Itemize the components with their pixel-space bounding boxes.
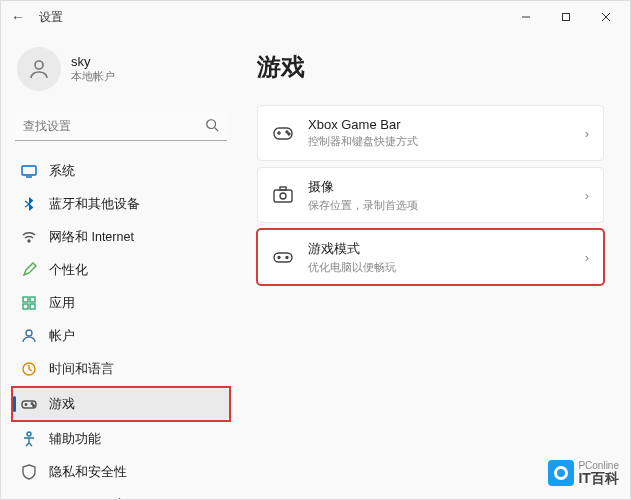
avatar <box>17 47 61 91</box>
sidebar-item-label: 应用 <box>49 295 75 312</box>
brush-icon <box>21 262 37 278</box>
svg-rect-13 <box>30 304 35 309</box>
sidebar-item-label: 辅助功能 <box>49 431 101 448</box>
titlebar: ← 设置 <box>1 1 630 33</box>
sidebar-item-gaming[interactable]: 游戏 <box>13 388 229 420</box>
chevron-right-icon: › <box>585 250 589 265</box>
watermark-logo <box>548 460 574 486</box>
system-icon <box>21 163 37 179</box>
svg-point-4 <box>35 61 43 69</box>
svg-point-20 <box>33 405 35 407</box>
window-title: 设置 <box>39 9 63 26</box>
search-box <box>15 111 227 141</box>
nav-list: 系统 蓝牙和其他设备 网络和 Internet 个性化 应用 <box>13 155 229 499</box>
sidebar-item-apps[interactable]: 应用 <box>13 287 229 319</box>
game-mode-icon <box>272 246 294 268</box>
svg-rect-1 <box>563 14 570 21</box>
main-content: 游戏 Xbox Game Bar 控制器和键盘快捷方式 › 摄像 保存位置，录制… <box>241 33 630 499</box>
sidebar-item-label: 帐户 <box>49 328 75 345</box>
card-captures[interactable]: 摄像 保存位置，录制首选项 › <box>257 167 604 223</box>
sidebar-item-time-language[interactable]: 时间和语言 <box>13 353 229 385</box>
svg-rect-10 <box>23 297 28 302</box>
card-game-mode[interactable]: 游戏模式 优化电脑以便畅玩 › <box>257 229 604 285</box>
card-text: 游戏模式 优化电脑以便畅玩 <box>308 240 585 275</box>
sidebar-item-personalization[interactable]: 个性化 <box>13 254 229 286</box>
highlight-gaming: 游戏 <box>11 386 231 422</box>
svg-line-6 <box>215 128 219 132</box>
sidebar-item-accounts[interactable]: 帐户 <box>13 320 229 352</box>
svg-point-9 <box>28 240 30 242</box>
svg-point-26 <box>288 133 290 135</box>
svg-point-28 <box>280 193 286 199</box>
card-subtitle: 保存位置，录制首选项 <box>308 198 585 213</box>
sidebar-item-label: 个性化 <box>49 262 88 279</box>
svg-point-25 <box>286 131 288 133</box>
sidebar-item-windows-update[interactable]: Windows 更新 <box>13 489 229 499</box>
watermark-text: PConline IT百科 <box>578 461 619 485</box>
svg-point-14 <box>26 330 32 336</box>
svg-point-32 <box>286 257 288 259</box>
sidebar-item-label: 时间和语言 <box>49 361 114 378</box>
svg-point-21 <box>27 432 31 436</box>
svg-point-31 <box>278 257 280 259</box>
card-title: 游戏模式 <box>308 240 585 258</box>
svg-point-5 <box>207 120 216 129</box>
body: sky 本地帐户 系统 蓝牙和其他设备 <box>1 33 630 499</box>
apps-icon <box>21 295 37 311</box>
svg-rect-27 <box>274 190 292 202</box>
card-text: 摄像 保存位置，录制首选项 <box>308 178 585 213</box>
shield-icon <box>21 464 37 480</box>
user-block[interactable]: sky 本地帐户 <box>13 41 229 105</box>
sidebar-item-label: 系统 <box>49 163 75 180</box>
bluetooth-icon <box>21 196 37 212</box>
clock-icon <box>21 361 37 377</box>
card-xbox-game-bar[interactable]: Xbox Game Bar 控制器和键盘快捷方式 › <box>257 105 604 161</box>
window-controls <box>506 1 626 33</box>
sidebar-item-label: 网络和 Internet <box>49 229 134 246</box>
sidebar-item-bluetooth[interactable]: 蓝牙和其他设备 <box>13 188 229 220</box>
card-text: Xbox Game Bar 控制器和键盘快捷方式 <box>308 117 585 149</box>
wifi-icon <box>21 229 37 245</box>
sidebar-item-label: 隐私和安全性 <box>49 464 127 481</box>
sidebar-item-network[interactable]: 网络和 Internet <box>13 221 229 253</box>
close-button[interactable] <box>586 1 626 33</box>
person-icon <box>21 328 37 344</box>
settings-window: ← 设置 sky <box>0 0 631 500</box>
page-title: 游戏 <box>257 51 604 83</box>
watermark: PConline IT百科 <box>548 460 619 486</box>
sidebar-item-label: Windows 更新 <box>49 497 129 500</box>
search-icon <box>205 118 219 136</box>
svg-rect-30 <box>274 253 292 262</box>
user-name: sky <box>71 54 115 69</box>
sidebar-item-label: 游戏 <box>49 396 75 413</box>
search-input[interactable] <box>15 111 227 141</box>
gamepad-icon <box>21 396 37 412</box>
user-text: sky 本地帐户 <box>71 54 115 84</box>
watermark-large: IT百科 <box>578 471 619 485</box>
user-subtitle: 本地帐户 <box>71 69 115 84</box>
svg-point-19 <box>31 403 33 405</box>
sidebar-item-privacy[interactable]: 隐私和安全性 <box>13 456 229 488</box>
card-subtitle: 优化电脑以便畅玩 <box>308 260 585 275</box>
minimize-button[interactable] <box>506 1 546 33</box>
chevron-right-icon: › <box>585 126 589 141</box>
update-icon <box>21 497 37 499</box>
sidebar-item-accessibility[interactable]: 辅助功能 <box>13 423 229 455</box>
maximize-button[interactable] <box>546 1 586 33</box>
chevron-right-icon: › <box>585 188 589 203</box>
xbox-icon <box>272 122 294 144</box>
svg-rect-7 <box>22 166 36 175</box>
svg-rect-29 <box>280 187 286 190</box>
card-title: 摄像 <box>308 178 585 196</box>
accessibility-icon <box>21 431 37 447</box>
titlebar-left: ← 设置 <box>11 9 63 26</box>
back-button[interactable]: ← <box>11 9 25 25</box>
svg-rect-11 <box>30 297 35 302</box>
card-subtitle: 控制器和键盘快捷方式 <box>308 134 585 149</box>
camera-icon <box>272 184 294 206</box>
svg-rect-12 <box>23 304 28 309</box>
sidebar-item-system[interactable]: 系统 <box>13 155 229 187</box>
sidebar: sky 本地帐户 系统 蓝牙和其他设备 <box>1 33 241 499</box>
sidebar-item-label: 蓝牙和其他设备 <box>49 196 140 213</box>
card-title: Xbox Game Bar <box>308 117 585 132</box>
